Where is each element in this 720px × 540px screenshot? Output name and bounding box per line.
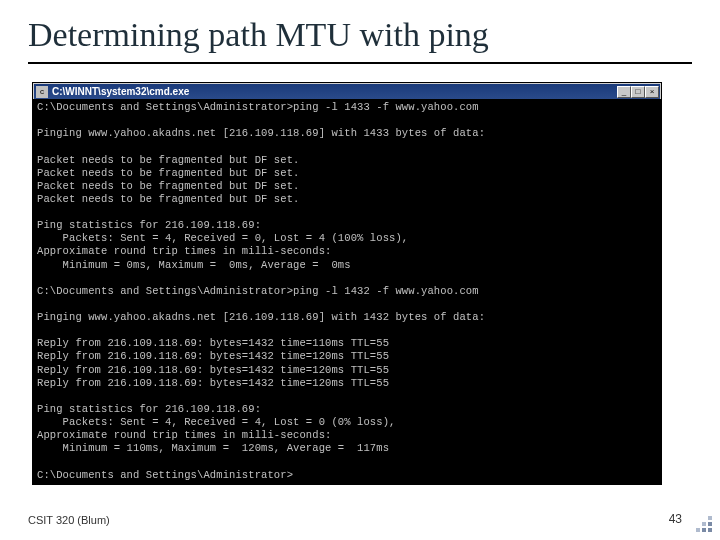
cmd-command-1: ping -l 1433 -f www.yahoo.com — [293, 101, 479, 113]
page-number: 43 — [669, 512, 682, 526]
cmd-stats-hdr-1: Ping statistics for 216.109.118.69: — [37, 219, 261, 231]
maximize-button[interactable]: □ — [631, 86, 645, 98]
cmd-stats-hdr-2: Ping statistics for 216.109.118.69: — [37, 403, 261, 415]
corner-decoration-icon — [690, 510, 712, 532]
cmd-window-title: C:\WINNT\system32\cmd.exe — [52, 86, 617, 97]
cmd-reply-4: Reply from 216.109.118.69: bytes=1432 ti… — [37, 377, 389, 389]
cmd-frag-3: Packet needs to be fragmented but DF set… — [37, 180, 299, 192]
cmd-pinging-1: Pinging www.yahoo.akadns.net [216.109.11… — [37, 127, 485, 139]
slide-title: Determining path MTU with ping — [28, 10, 692, 62]
cmd-stats-rtt-2: Minimum = 110ms, Maximum = 120ms, Averag… — [37, 442, 389, 454]
cmd-pinging-2: Pinging www.yahoo.akadns.net [216.109.11… — [37, 311, 485, 323]
cmd-prompt: C:\Documents and Settings\Administrator> — [37, 101, 293, 113]
cmd-reply-2: Reply from 216.109.118.69: bytes=1432 ti… — [37, 350, 389, 362]
title-underline — [28, 62, 692, 64]
cmd-app-icon: c — [36, 86, 48, 98]
cmd-prompt: C:\Documents and Settings\Administrator> — [37, 469, 293, 481]
cmd-reply-3: Reply from 216.109.118.69: bytes=1432 ti… — [37, 364, 389, 376]
footer-left: CSIT 320 (Blum) — [28, 514, 110, 526]
cmd-stats-rtt-1: Minimum = 0ms, Maximum = 0ms, Average = … — [37, 259, 351, 271]
cmd-prompt: C:\Documents and Settings\Administrator> — [37, 285, 293, 297]
cmd-frag-4: Packet needs to be fragmented but DF set… — [37, 193, 299, 205]
cmd-output: C:\Documents and Settings\Administrator>… — [33, 99, 661, 484]
cmd-stats-pkts-1: Packets: Sent = 4, Received = 0, Lost = … — [37, 232, 408, 244]
cmd-stats-pkts-2: Packets: Sent = 4, Received = 4, Lost = … — [37, 416, 395, 428]
window-buttons: _ □ × — [617, 86, 659, 98]
cmd-reply-1: Reply from 216.109.118.69: bytes=1432 ti… — [37, 337, 389, 349]
cmd-command-2: ping -l 1432 -f www.yahoo.com — [293, 285, 479, 297]
cmd-window: c C:\WINNT\system32\cmd.exe _ □ × C:\Doc… — [32, 82, 662, 485]
cmd-frag-1: Packet needs to be fragmented but DF set… — [37, 154, 299, 166]
close-button[interactable]: × — [645, 86, 659, 98]
cmd-stats-rtt-hdr-2: Approximate round trip times in milli-se… — [37, 429, 331, 441]
slide: Determining path MTU with ping c C:\WINN… — [0, 0, 720, 540]
cmd-titlebar: c C:\WINNT\system32\cmd.exe _ □ × — [33, 83, 661, 99]
minimize-button[interactable]: _ — [617, 86, 631, 98]
cmd-frag-2: Packet needs to be fragmented but DF set… — [37, 167, 299, 179]
cmd-stats-rtt-hdr-1: Approximate round trip times in milli-se… — [37, 245, 331, 257]
